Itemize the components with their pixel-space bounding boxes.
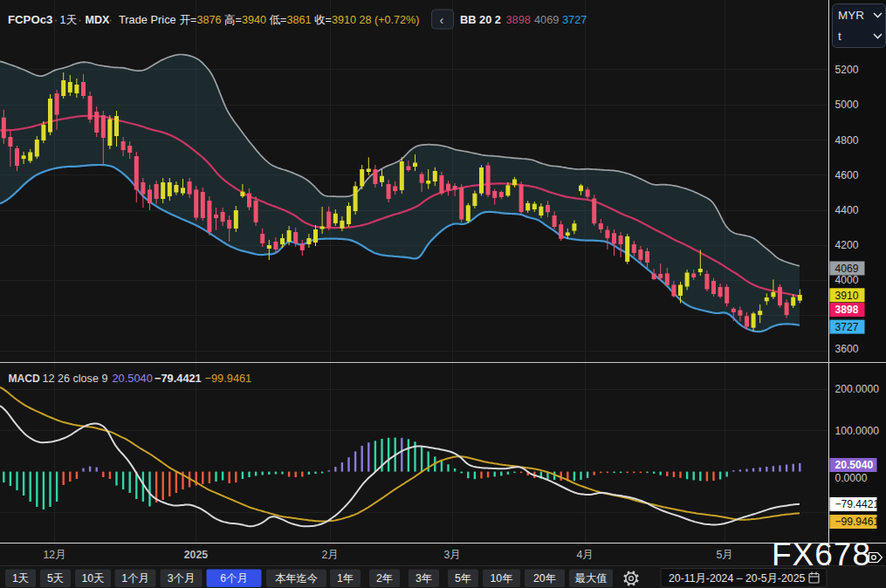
svg-text:1个月: 1个月 xyxy=(121,572,148,585)
svg-text:3月: 3月 xyxy=(443,549,460,561)
svg-text:4400: 4400 xyxy=(835,204,859,216)
svg-text:10年: 10年 xyxy=(491,572,513,585)
svg-text:20-11月-2024 – 20-5月-2025: 20-11月-2024 – 20-5月-2025 xyxy=(669,572,805,585)
svg-text:4200: 4200 xyxy=(835,239,859,251)
svg-text:12月: 12月 xyxy=(44,549,66,561)
svg-text:12 26 close 9: 12 26 close 9 xyxy=(43,373,108,385)
svg-text:4069: 4069 xyxy=(835,263,859,275)
svg-text:−79.4421: −79.4421 xyxy=(155,372,202,385)
svg-text:5年: 5年 xyxy=(455,572,471,585)
svg-text:MYR: MYR xyxy=(838,9,864,22)
svg-text:本年迄今: 本年迄今 xyxy=(275,572,318,585)
svg-text:20.5040: 20.5040 xyxy=(113,372,153,385)
svg-text:‹: ‹ xyxy=(440,13,444,27)
svg-text:t: t xyxy=(838,30,841,43)
svg-text:BB 20 2: BB 20 2 xyxy=(460,13,501,26)
svg-text:−79.4421: −79.4421 xyxy=(835,498,880,510)
svg-text:1天: 1天 xyxy=(12,572,29,585)
svg-text:100.0000: 100.0000 xyxy=(835,425,880,437)
svg-text:2025: 2025 xyxy=(184,549,209,561)
svg-text:−99.9461: −99.9461 xyxy=(835,516,880,528)
svg-text:5000: 5000 xyxy=(835,99,859,111)
svg-text:4069: 4069 xyxy=(534,13,559,26)
svg-text:5200: 5200 xyxy=(835,64,859,76)
svg-text:Trade Price: Trade Price xyxy=(119,13,176,26)
svg-text:1年: 1年 xyxy=(337,572,354,585)
svg-text:20年: 20年 xyxy=(533,572,556,585)
svg-text:3727: 3727 xyxy=(562,13,587,26)
svg-text:3600: 3600 xyxy=(835,343,859,355)
svg-text:4月: 4月 xyxy=(576,549,593,561)
svg-text:FCPOc3: FCPOc3 xyxy=(8,13,52,26)
svg-text:0.0000: 0.0000 xyxy=(835,472,868,484)
svg-text:MACD: MACD xyxy=(9,373,41,385)
svg-text:10天: 10天 xyxy=(82,572,105,585)
svg-text:3年: 3年 xyxy=(416,572,432,585)
svg-text:−99.9461: −99.9461 xyxy=(205,372,252,385)
svg-text:3898: 3898 xyxy=(835,304,859,316)
svg-text:3898: 3898 xyxy=(506,13,531,26)
svg-text:2月: 2月 xyxy=(321,549,338,561)
svg-text:·: · xyxy=(54,14,58,26)
svg-text:MDX: MDX xyxy=(86,14,110,26)
svg-text:6个月: 6个月 xyxy=(220,572,247,585)
svg-text:4000: 4000 xyxy=(835,274,859,286)
svg-text:4800: 4800 xyxy=(835,134,859,147)
svg-text:5月: 5月 xyxy=(716,549,732,561)
svg-text:3727: 3727 xyxy=(835,321,859,333)
svg-text:最大值: 最大值 xyxy=(575,572,608,585)
svg-text:5天: 5天 xyxy=(47,572,64,585)
svg-text:3910: 3910 xyxy=(835,290,859,302)
svg-text:·: · xyxy=(79,14,82,26)
svg-text:1天: 1天 xyxy=(60,14,78,26)
svg-text:20.5040: 20.5040 xyxy=(835,459,874,471)
svg-text:·: · xyxy=(109,14,113,26)
svg-text:4600: 4600 xyxy=(835,169,859,181)
svg-text:200.0000: 200.0000 xyxy=(835,383,880,395)
svg-text:开=3876 高=3940 低=3861 收=3910 28: 开=3876 高=3940 低=3861 收=3910 28 (+0.72%) xyxy=(180,14,420,26)
svg-text:3个月: 3个月 xyxy=(168,572,195,585)
svg-text:2年: 2年 xyxy=(376,572,393,585)
